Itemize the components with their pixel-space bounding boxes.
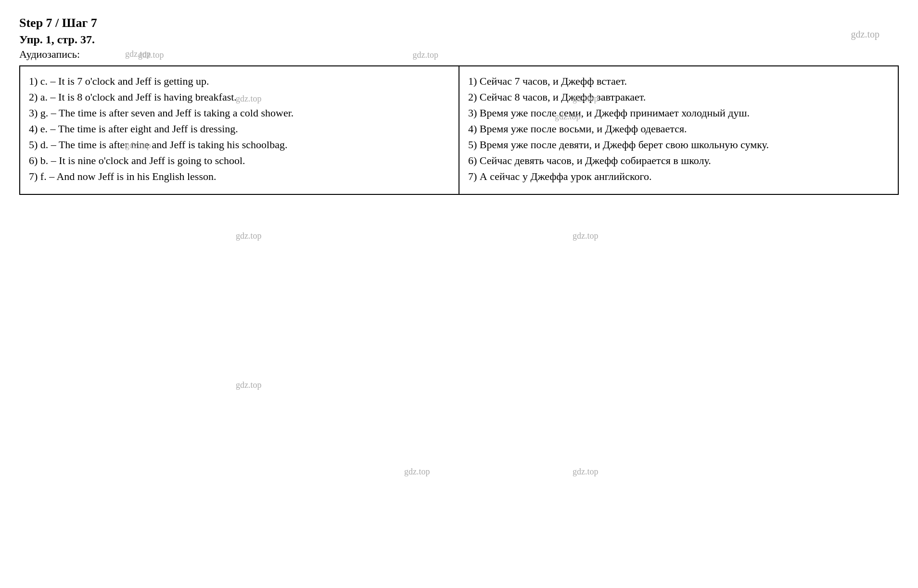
overlay-watermark-4: gdz.top [573, 231, 599, 241]
audio-label: Аудиозапись: gdz.top gdz.top [19, 48, 899, 61]
overlay-watermark-7: gdz.top [573, 467, 599, 477]
step-title: Step 7 / Шаг 7 [19, 14, 899, 32]
right-cell: 1) Сейчас 7 часов, и Джефф встает. 2) Се… [459, 66, 898, 194]
right-content: 1) Сейчас 7 часов, и Джефф встает. 2) Се… [468, 73, 889, 184]
exercise-title: Упр. 1, стр. 37. [19, 32, 899, 48]
cell-watermark-2: gdz.top [125, 48, 151, 61]
overlay-watermark-5: gdz.top [236, 380, 262, 390]
right-watermark-2: gdz.top [555, 110, 581, 123]
left-cell: 1) с. – It is 7 o'clock and Jeff is gett… [20, 66, 459, 194]
table-row: 1) с. – It is 7 o'clock and Jeff is gett… [20, 66, 898, 194]
header-watermark2: gdz.top [413, 50, 439, 60]
answer-table: 1) с. – It is 7 o'clock and Jeff is gett… [19, 65, 899, 195]
top-right-watermark: gdz.top [851, 29, 880, 40]
cell-watermark-3: gdz.top [125, 139, 151, 152]
overlay-watermark-3: gdz.top [236, 231, 262, 241]
overlay-watermark-6: gdz.top [404, 467, 430, 477]
left-content: 1) с. – It is 7 o'clock and Jeff is gett… [29, 73, 450, 184]
